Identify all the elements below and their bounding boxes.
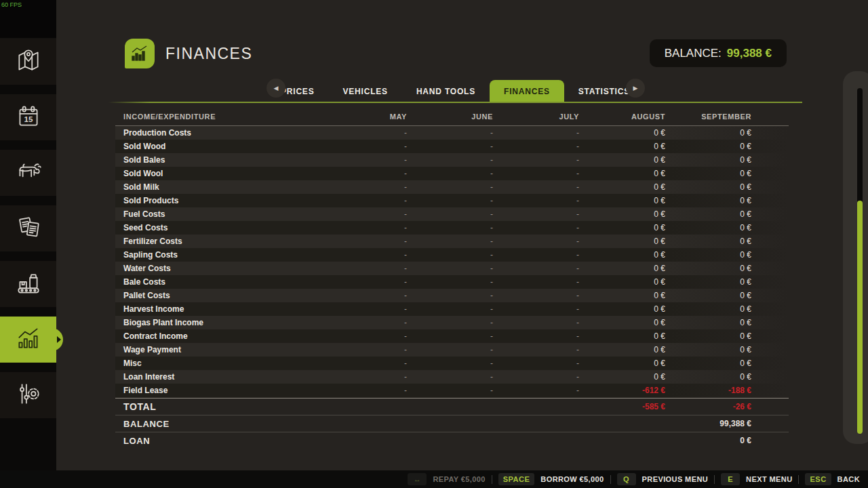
row-value: - bbox=[407, 345, 493, 354]
sidebar-item-finances[interactable] bbox=[0, 317, 56, 363]
row-label: LOAN bbox=[115, 436, 321, 446]
row-value: 0 € bbox=[665, 345, 751, 354]
row-label: Sold Milk bbox=[115, 182, 321, 192]
row-label: Sold Bales bbox=[115, 155, 321, 165]
hotbar: ↔REPAY €5,000SPACEBORROW €5,000QPREVIOUS… bbox=[0, 470, 868, 488]
sidebar: 15 bbox=[0, 0, 56, 470]
tab-vehicles[interactable]: VEHICLES bbox=[328, 80, 401, 103]
row-value: - bbox=[321, 359, 407, 368]
hotkey-previous-menu[interactable]: QPREVIOUS MENU bbox=[617, 473, 709, 485]
row-label: Fertilizer Costs bbox=[115, 237, 321, 246]
column-header-july: JULY bbox=[493, 113, 579, 121]
sidebar-item-animals[interactable] bbox=[0, 150, 56, 196]
row-value: - bbox=[493, 264, 579, 273]
row-value: - bbox=[493, 386, 579, 395]
balance-label: BALANCE: bbox=[665, 47, 722, 60]
tab-strip: ◀ PRICESVEHICLESHAND TOOLSFINANCESSTATIS… bbox=[108, 75, 802, 103]
page-title: FINANCES bbox=[165, 45, 252, 63]
svg-text:15: 15 bbox=[24, 115, 33, 123]
row-value: - bbox=[493, 372, 579, 382]
tab-next-arrow[interactable]: ▶ bbox=[626, 79, 645, 98]
row-value: - bbox=[493, 128, 579, 138]
row-value: - bbox=[321, 223, 407, 232]
hotkey-label: PREVIOUS MENU bbox=[642, 475, 709, 483]
sidebar-item-production[interactable] bbox=[0, 261, 56, 307]
row-value: 99,388 € bbox=[665, 419, 751, 428]
tabs: PRICESVEHICLESHAND TOOLSFINANCESSTATISTI… bbox=[108, 75, 802, 103]
hotkey-label: BORROW €5,000 bbox=[540, 475, 604, 483]
keycap: ESC bbox=[805, 473, 831, 485]
table-row-fuel-costs: Fuel Costs---0 €0 € bbox=[115, 207, 789, 221]
row-value: - bbox=[407, 196, 493, 205]
row-value: 0 € bbox=[579, 128, 665, 138]
row-label: Sold Wood bbox=[115, 142, 321, 151]
table-row-production-costs: Production Costs---0 €0 € bbox=[115, 126, 789, 140]
row-label: TOTAL bbox=[115, 401, 321, 412]
row-value: - bbox=[321, 169, 407, 178]
row-value: - bbox=[407, 277, 493, 287]
row-value: - bbox=[407, 237, 493, 246]
table-footer: TOTAL-585 €-26 €BALANCE99,388 €LOAN0 € bbox=[115, 399, 789, 449]
row-value: - bbox=[493, 250, 579, 260]
table-row-loan: LOAN0 € bbox=[115, 432, 789, 449]
finances-header-icon bbox=[125, 39, 155, 68]
table-row-sold-products: Sold Products---0 €0 € bbox=[115, 194, 789, 207]
hotkey-borrow-5-000[interactable]: SPACEBORROW €5,000 bbox=[498, 473, 604, 485]
hotbar-divider bbox=[798, 475, 799, 484]
row-label: Loan Interest bbox=[115, 372, 321, 382]
row-value: 0 € bbox=[579, 169, 665, 178]
tab-prev-arrow[interactable]: ◀ bbox=[267, 79, 285, 98]
row-value: 0 € bbox=[665, 142, 751, 151]
tab-hand-tools[interactable]: HAND TOOLS bbox=[402, 80, 490, 103]
tab-finances[interactable]: FINANCES bbox=[490, 80, 564, 103]
row-value: 0 € bbox=[665, 264, 751, 273]
table-row-wage-payment: Wage Payment---0 €0 € bbox=[115, 343, 789, 357]
scrollbar[interactable] bbox=[843, 71, 868, 444]
sidebar-item-settings[interactable] bbox=[0, 372, 56, 418]
sidebar-item-map[interactable] bbox=[0, 39, 56, 85]
row-value: - bbox=[321, 128, 407, 138]
keycap: Q bbox=[617, 473, 636, 485]
hotkey-label: NEXT MENU bbox=[746, 475, 792, 483]
row-value: -26 € bbox=[665, 402, 751, 411]
row-value: 0 € bbox=[665, 277, 751, 287]
row-value: - bbox=[407, 142, 493, 151]
row-value: - bbox=[493, 318, 579, 327]
row-label: BALANCE bbox=[115, 419, 321, 429]
production-icon bbox=[14, 268, 43, 300]
row-value: - bbox=[493, 209, 579, 219]
row-label: Field Lease bbox=[115, 386, 321, 395]
row-value: 0 € bbox=[579, 318, 665, 327]
row-value: - bbox=[493, 359, 579, 368]
row-value: 0 € bbox=[665, 209, 751, 219]
hotkey-back[interactable]: ESCBACK bbox=[805, 473, 860, 485]
row-value: - bbox=[493, 223, 579, 232]
keycap: SPACE bbox=[498, 473, 535, 485]
map-icon bbox=[14, 46, 43, 77]
row-value: - bbox=[321, 209, 407, 219]
table-row-sold-wood: Sold Wood---0 €0 € bbox=[115, 140, 789, 153]
row-label: Misc bbox=[115, 359, 321, 368]
table-row-sold-milk: Sold Milk---0 €0 € bbox=[115, 180, 789, 194]
hotkey-label: REPAY €5,000 bbox=[433, 475, 485, 483]
row-label: Sapling Costs bbox=[115, 250, 321, 260]
row-value: - bbox=[321, 372, 407, 382]
row-label: Wage Payment bbox=[115, 345, 321, 354]
page-header: FINANCES bbox=[125, 39, 252, 68]
row-value: 0 € bbox=[665, 318, 751, 327]
sidebar-item-calendar[interactable]: 15 bbox=[0, 94, 56, 140]
row-value: 0 € bbox=[579, 291, 665, 300]
row-value: - bbox=[493, 169, 579, 178]
row-value: 0 € bbox=[579, 182, 665, 192]
table-row-harvest-income: Harvest Income---0 €0 € bbox=[115, 302, 789, 316]
row-value: - bbox=[321, 237, 407, 246]
hotkey-next-menu[interactable]: ENEXT MENU bbox=[721, 473, 792, 485]
row-value: - bbox=[493, 291, 579, 300]
scrollbar-thumb[interactable] bbox=[857, 201, 863, 434]
row-value: - bbox=[321, 304, 407, 314]
sidebar-item-contracts[interactable] bbox=[0, 205, 56, 251]
row-label: Sold Wool bbox=[115, 169, 321, 178]
hotbar-divider bbox=[714, 475, 715, 484]
row-value: - bbox=[493, 182, 579, 192]
table-row-balance: BALANCE99,388 € bbox=[115, 415, 789, 432]
